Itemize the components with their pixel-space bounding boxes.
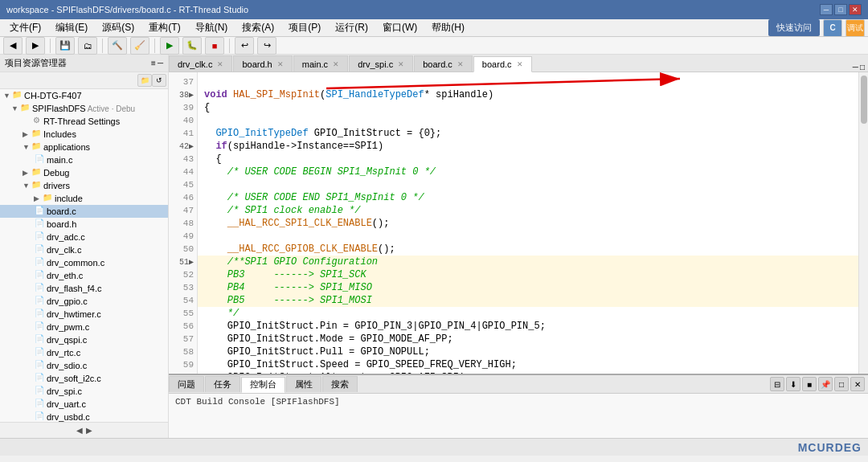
bottom-tab-search[interactable]: 搜索 — [322, 376, 358, 392]
tree-item-include[interactable]: ▶ 📁 include — [0, 192, 168, 205]
console-minimize-btn[interactable]: ✕ — [850, 377, 865, 391]
menu-file[interactable]: 文件(F) — [3, 19, 47, 36]
tab-main-c-close[interactable]: ✕ — [333, 60, 339, 68]
quick-access-btn[interactable]: 快速访问 — [768, 19, 820, 36]
menu-refactor[interactable]: 重构(T) — [142, 19, 186, 36]
nav-next[interactable]: ▶ — [86, 426, 92, 435]
editor-maximize-btn[interactable]: □ — [860, 63, 865, 72]
back-btn[interactable]: ◀ — [3, 37, 23, 55]
tree-item-drvuart[interactable]: 📄 drv_uart.c — [0, 398, 168, 411]
tree-item-drvspi[interactable]: 📄 drv_spi.c — [0, 385, 168, 398]
bottom-console-content: CDT Build Console [SPIFlashDFS] — [169, 394, 868, 438]
menu-run[interactable]: 运行(R) — [329, 19, 375, 36]
debug-btn[interactable]: 调试 — [845, 19, 865, 37]
folder-icon-ch-dtg: 📁 — [11, 90, 23, 101]
tree-item-debug[interactable]: ▶ 📁 Debug — [0, 166, 168, 179]
sidebar-refresh-btn[interactable]: ↺ — [152, 74, 166, 87]
tree-item-drvusbd[interactable]: 📄 drv_usbd.c — [0, 411, 168, 422]
tab-drv-clk-close[interactable]: ✕ — [217, 60, 223, 68]
editor-scrollbar[interactable] — [858, 72, 868, 374]
code-editor[interactable]: 37 38▶ 39 40 41 42▶ 43 44 45 46 47 48 49… — [169, 72, 868, 374]
tree-item-drvgpio[interactable]: 📄 drv_gpio.c — [0, 295, 168, 308]
bottom-tab-problems[interactable]: 问题 — [169, 376, 204, 392]
tree-item-ch-dtg[interactable]: ▼ 📁 CH-DTG-F407 — [0, 89, 168, 102]
redo-btn[interactable]: ↪ — [257, 37, 276, 55]
menu-edit[interactable]: 编辑(E) — [49, 19, 94, 36]
console-stop-btn[interactable]: ■ — [802, 377, 817, 391]
code-line-50: __HAL_RCC_GPIOB_CLK_ENABLE(); — [198, 243, 858, 256]
maximize-btn[interactable]: □ — [834, 4, 847, 15]
tab-board-h[interactable]: board.h ✕ — [233, 55, 292, 72]
menu-help[interactable]: 帮助(H) — [425, 19, 471, 36]
menu-project[interactable]: 项目(P) — [282, 19, 327, 36]
window-controls[interactable]: ─ □ ✕ — [820, 4, 862, 15]
code-content[interactable]: void HAL_SPI_MspInit(SPI_HandleTypeDef* … — [198, 72, 858, 374]
run-btn[interactable]: ▶ — [160, 37, 179, 55]
undo-btn[interactable]: ↩ — [235, 37, 254, 55]
menu-navigate[interactable]: 导航(N) — [189, 19, 235, 36]
tab-main-c[interactable]: main.c ✕ — [293, 55, 348, 72]
forward-btn[interactable]: ▶ — [26, 37, 45, 55]
content-wrapper: drv_clk.c ✕ board.h ✕ main.c ✕ drv_spi.c… — [169, 55, 868, 438]
tree-item-drvqspi[interactable]: 📄 drv_qspi.c — [0, 333, 168, 346]
console-pin-btn[interactable]: 📌 — [818, 377, 833, 391]
sidebar-minimize-btn[interactable]: ─ — [158, 59, 163, 67]
code-line-37 — [198, 76, 858, 88]
sidebar-collapse-btn[interactable]: ≡ — [151, 59, 156, 67]
tree-item-drvsdio[interactable]: 📄 drv_sdio.c — [0, 359, 168, 372]
tree-item-drvs0fti2c[interactable]: 📄 drv_soft_i2c.c — [0, 372, 168, 385]
bottom-tab-tasks[interactable]: 任务 — [205, 376, 240, 392]
tab-board-c1[interactable]: board.c ✕ — [414, 55, 473, 72]
console-scroll-btn[interactable]: ⬇ — [786, 377, 800, 391]
build-btn[interactable]: 🔨 — [108, 37, 127, 55]
tree-item-drvhwtimer[interactable]: 📄 drv_hwtimer.c — [0, 308, 168, 321]
console-maximize-btn[interactable]: □ — [834, 377, 849, 391]
minimize-btn[interactable]: ─ — [820, 4, 833, 15]
sidebar-new-btn[interactable]: 📁 — [137, 74, 152, 87]
sidebar: 项目资源管理器 ≡ ─ 📁 ↺ ▼ 📁 CH-DTG-F407 ▼ 📁 — [0, 55, 169, 438]
bottom-tab-properties[interactable]: 属性 — [286, 376, 321, 392]
console-clear-btn[interactable]: ⊟ — [770, 377, 784, 391]
tree-item-boardh[interactable]: 📄 board.h — [0, 218, 168, 231]
tree-item-drvflash[interactable]: 📄 drv_flash_f4.c — [0, 282, 168, 295]
nav-prev[interactable]: ◀ — [76, 426, 83, 435]
tree-item-rtthread[interactable]: ⚙ RT-Thread Settings — [0, 115, 168, 128]
tree-item-drvclk[interactable]: 📄 drv_clk.c — [0, 243, 168, 256]
file-icon-drvadc: 📄 — [34, 231, 45, 243]
tab-drv-spi[interactable]: drv_spi.c ✕ — [349, 55, 413, 72]
tree-item-drvpwm[interactable]: 📄 drv_pwm.c — [0, 321, 168, 333]
tree-item-spiflash[interactable]: ▼ 📁 SPIFlashDFS Active · Debu — [0, 102, 168, 115]
menu-window[interactable]: 窗口(W) — [376, 19, 424, 36]
tree-item-drvrtc[interactable]: 📄 drv_rtc.c — [0, 346, 168, 359]
tab-drv-clk[interactable]: drv_clk.c ✕ — [169, 55, 232, 72]
clean-btn[interactable]: 🧹 — [130, 37, 149, 55]
tab-board-h-label: board.h — [242, 59, 272, 69]
menu-source[interactable]: 源码(S) — [96, 19, 141, 36]
tree-item-boardc[interactable]: 📄 board.c — [0, 205, 168, 218]
menu-search[interactable]: 搜索(A) — [235, 19, 280, 36]
tree-item-mainc[interactable]: 📄 main.c — [0, 153, 168, 166]
editor-minimize-btn[interactable]: ─ — [853, 63, 858, 72]
label-drvqspi: drv_qspi.c — [47, 335, 87, 345]
bottom-tab-console[interactable]: 控制台 — [241, 377, 285, 393]
save-all-btn[interactable]: 🗂 — [78, 37, 97, 55]
save-btn[interactable]: 💾 — [55, 37, 75, 55]
tab-drv-spi-close[interactable]: ✕ — [398, 60, 404, 68]
debug-run-btn[interactable]: 🐛 — [182, 37, 202, 55]
code-line-60: GPIO_InitStruct.Alternate = GPIO_AF5_SPI… — [198, 371, 858, 374]
close-btn[interactable]: ✕ — [849, 4, 862, 15]
tree-item-drivers[interactable]: ▼ 📁 drivers — [0, 179, 168, 192]
tree-item-drvadc[interactable]: 📄 drv_adc.c — [0, 231, 168, 243]
folder-icon-apps: 📁 — [31, 141, 42, 153]
label-drvs0fti2c: drv_soft_i2c.c — [47, 374, 101, 383]
tree-item-includes[interactable]: ▶ 📁 Includes — [0, 128, 168, 141]
tab-board-c2-close[interactable]: ✕ — [517, 60, 523, 68]
c-btn[interactable]: C — [823, 19, 842, 37]
tab-board-c2[interactable]: board.c ✕ — [473, 56, 532, 72]
stop-btn[interactable]: ■ — [205, 37, 224, 55]
tree-item-drvcommon[interactable]: 📄 drv_common.c — [0, 256, 168, 269]
tree-item-drveth[interactable]: 📄 drv_eth.c — [0, 269, 168, 282]
tab-board-c1-close[interactable]: ✕ — [457, 60, 464, 68]
tab-board-h-close[interactable]: ✕ — [277, 60, 284, 68]
tree-item-apps[interactable]: ▼ 📁 applications — [0, 141, 168, 153]
